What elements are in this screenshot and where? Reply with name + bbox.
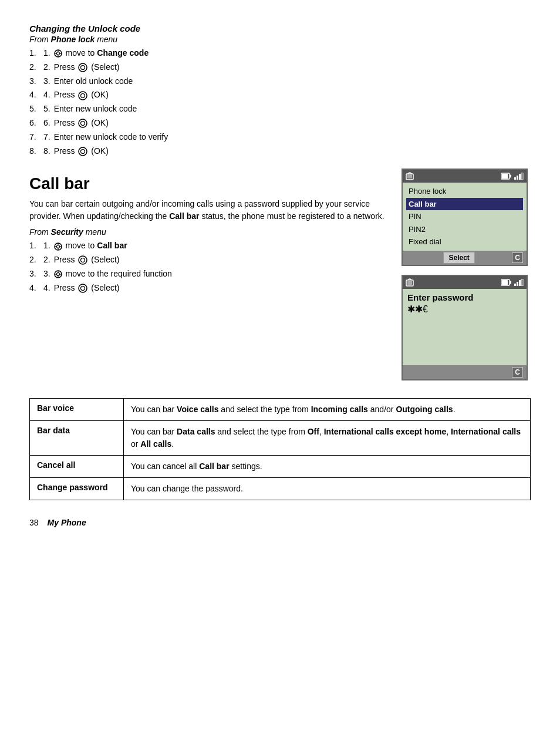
call-bar-heading: Call bar [29,174,390,193]
step-4: 4. Press (OK) [29,88,531,102]
change-password-label: Change password [30,477,124,500]
svg-rect-35 [514,177,516,180]
svg-rect-44 [514,284,516,286]
svg-point-23 [56,273,59,276]
change-password-desc: You can change the password. [124,477,531,500]
select-button-icon [78,63,87,72]
svg-rect-40 [407,280,412,285]
svg-point-6 [79,63,87,72]
bar-data-desc: You can bar Data calls and select the ty… [124,420,531,455]
svg-point-10 [79,119,87,127]
cb-joystick-icon-3 [54,270,62,278]
cancel-all-desc: You can cancel all Call bar settings. [124,455,531,477]
changing-unlock-section: Changing the Unlock code From Phone lock… [29,23,531,158]
cb-step-3: 3. move to the required function [29,267,390,281]
screen1-select-btn: Select [443,252,474,264]
svg-point-11 [81,122,85,126]
joystick-icon [54,49,62,58]
ok-button-icon-6 [78,119,87,128]
menu-item-phone-lock: Phone lock [406,185,523,198]
screen2-footer: C [403,365,527,379]
svg-point-28 [79,284,87,292]
menu-item-pin2: PIN2 [406,223,523,236]
unlock-steps-list: 1. move to Change code 2. [29,46,531,158]
svg-rect-33 [510,175,512,178]
cb-select-btn-2 [78,255,87,265]
from-menu: From Phone lock menu [29,35,531,44]
bar-voice-label: Bar voice [30,398,124,420]
cb-step-4: 4. Press (Select) [29,281,390,295]
svg-rect-46 [519,280,521,286]
screen1-body: Phone lock Call bar PIN PIN2 Fixed dial [403,183,527,251]
screen2-lock-icon [406,278,417,287]
svg-rect-43 [502,280,508,285]
step-2: 2. Press (Select) [29,60,531,75]
screen2-status-icons [501,279,524,286]
svg-point-20 [79,256,87,264]
call-bar-from-menu: From Security menu [29,227,390,237]
step-7: 7. Enter new unlock code to verify [29,130,531,144]
call-bar-steps-list: 1. move to Call bar 2. [29,239,390,295]
lock-status-icon [406,171,417,181]
menu-item-pin: PIN [406,210,523,223]
screen1-c-btn: C [512,252,523,263]
table-row-bar-voice: Bar voice You can bar Voice calls and se… [30,398,531,420]
cb-step-2: 2. Press (Select) [29,253,390,267]
svg-point-29 [81,287,85,291]
svg-point-12 [79,147,87,156]
screen2-signal-icon [514,279,524,286]
screen2-header [403,276,527,289]
table-row-bar-data: Bar data You can bar Data calls and sele… [30,420,531,455]
svg-rect-36 [517,176,518,180]
svg-point-1 [56,52,59,55]
call-bar-description: You can bar certain outgoing and/or inco… [29,198,390,223]
svg-rect-45 [517,282,518,286]
phone-screen-1: Phone lock Call bar PIN PIN2 Fixed dial … [402,169,528,266]
step-5: 5. Enter new unlock code [29,102,531,116]
battery-icon [501,173,512,180]
page-footer: 38 My Phone [29,518,531,527]
call-bar-left: Call bar You can bar certain outgoing an… [29,169,390,380]
call-bar-info-table: Bar voice You can bar Voice calls and se… [29,398,531,500]
svg-point-13 [81,149,85,153]
step-8: 8. Press (OK) [29,144,531,159]
call-bar-right: Phone lock Call bar PIN PIN2 Fixed dial … [402,169,531,380]
cb-step-1: 1. move to Call bar [29,239,390,253]
page-content: Changing the Unlock code From Phone lock… [29,23,531,527]
step-1: 1. move to Change code [29,46,531,60]
section-title: Changing the Unlock code [29,23,531,33]
ok-button-icon-8 [78,147,87,156]
signal-icon [514,173,524,180]
menu-name: Phone lock [51,35,95,44]
enter-password-label: Enter password [407,292,522,302]
table-row-cancel-all: Cancel all You can cancel all Call bar s… [30,455,531,477]
page-number: 38 [29,518,39,527]
screen2-c-btn: C [512,367,523,378]
cancel-all-label: Cancel all [30,455,124,477]
svg-point-9 [81,93,85,97]
svg-rect-42 [510,281,512,284]
password-dots: ✱✱€ [407,304,522,315]
menu-item-call-bar: Call bar [406,198,523,211]
screen1-footer: Select C [403,251,527,265]
screen2-battery-icon [501,279,512,286]
screen1-header [403,170,527,183]
svg-rect-38 [521,173,523,180]
svg-point-21 [81,258,85,262]
svg-rect-31 [407,174,412,178]
bar-voice-desc: You can bar Voice calls and select the t… [124,398,531,420]
phone-screen-2: Enter password ✱✱€ C [402,275,528,380]
security-menu-name: Security [51,227,83,237]
svg-point-7 [81,66,85,70]
svg-rect-37 [519,174,521,180]
bar-data-label: Bar data [30,420,124,455]
menu-item-fixed-dial: Fixed dial [406,235,523,248]
svg-rect-34 [502,174,508,178]
svg-point-15 [56,245,59,248]
cb-select-btn-4 [78,284,87,293]
table-row-change-password: Change password You can change the passw… [30,477,531,500]
step-6: 6. Press (OK) [29,116,531,130]
step-3: 3. Enter old unlock code [29,75,531,89]
book-name: My Phone [48,518,86,527]
cb-joystick-icon-1 [54,242,62,251]
